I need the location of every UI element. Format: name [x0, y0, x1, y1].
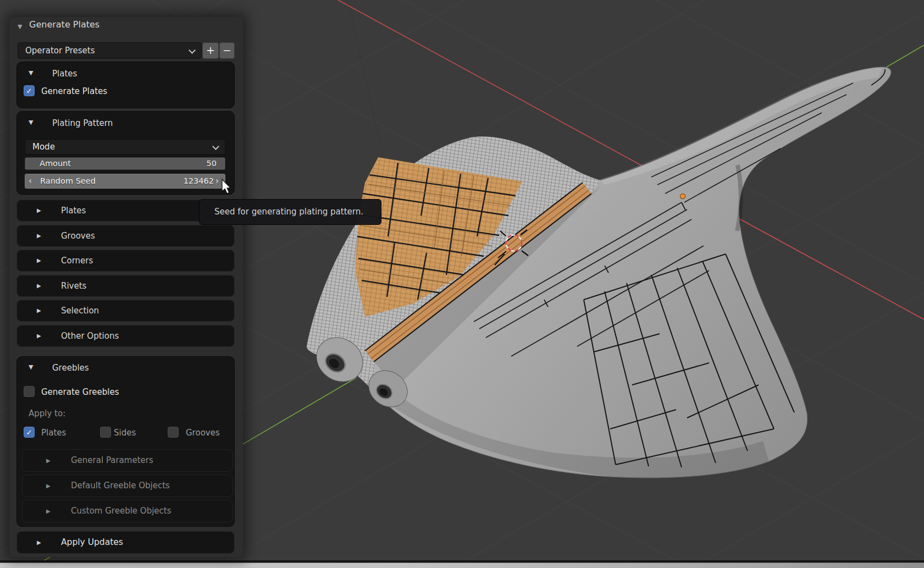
section-label: Corners — [61, 250, 93, 271]
generate-greebles-label[interactable]: Generate Greebles — [41, 387, 119, 397]
apply-to-sides-label[interactable]: Sides — [114, 428, 136, 438]
window-bottom-bar — [0, 563, 924, 568]
random-seed-value: 123462 — [184, 174, 214, 188]
section-other-options[interactable]: ▶ Other Options — [16, 325, 235, 347]
panel-title: Generate Plates — [29, 19, 99, 30]
chevron-down-icon — [212, 143, 219, 150]
section-selection[interactable]: ▶ Selection — [16, 300, 235, 322]
apply-to-plates-label[interactable]: Plates — [41, 428, 66, 438]
mode-label: Mode — [32, 140, 55, 154]
apply-to-sides-checkbox[interactable] — [100, 427, 111, 438]
chevron-down-icon — [189, 47, 196, 54]
section-rivets[interactable]: ▶ Rivets — [16, 275, 235, 297]
triangle-right-icon: ▶ — [37, 308, 41, 313]
random-seed-label: Random Seed — [40, 174, 96, 188]
amount-slider[interactable]: Amount 50 — [25, 157, 225, 170]
operator-presets-dropdown[interactable]: Operator Presets — [18, 42, 202, 59]
plates-group-box — [16, 62, 235, 108]
apply-to-grooves-checkbox[interactable] — [168, 427, 179, 438]
amount-label: Amount — [40, 158, 71, 169]
triangle-right-icon: ▶ — [37, 283, 41, 289]
object-origin-dot — [680, 194, 685, 199]
triangle-right-icon: ▶ — [37, 540, 41, 545]
triangle-right-icon: ▶ — [46, 509, 51, 514]
operator-presets-label: Operator Presets — [25, 43, 95, 58]
mouse-cursor — [219, 178, 233, 196]
section-label: Custom Greeble Objects — [71, 500, 171, 521]
triangle-right-icon: ▶ — [37, 258, 41, 263]
section-label: Other Options — [61, 326, 119, 346]
random-seed-field[interactable]: ‹ Random Seed 123462 › — [25, 174, 225, 189]
triangle-right-icon: ▶ — [46, 483, 51, 489]
triangle-right-icon: ▶ — [37, 208, 41, 213]
blender-window: ▼ Generate Plates Operator Presets + − ▼… — [0, 0, 924, 568]
apply-to-label: Apply to: — [29, 409, 65, 418]
section-grooves[interactable]: ▶ Grooves — [16, 225, 235, 247]
add-preset-button[interactable]: + — [202, 42, 219, 59]
amount-value: 50 — [207, 158, 217, 169]
section-corners[interactable]: ▶ Corners — [16, 250, 235, 272]
plating-pattern-triangle-icon[interactable]: ▼ — [29, 119, 33, 126]
triangle-right-icon: ▶ — [46, 458, 51, 464]
plates-section-title[interactable]: Plates — [52, 69, 77, 79]
plating-pattern-title[interactable]: Plating Pattern — [52, 118, 113, 128]
section-label: Selection — [61, 300, 99, 321]
mode-dropdown[interactable]: Mode — [25, 139, 225, 155]
remove-preset-button[interactable]: − — [219, 42, 235, 59]
section-label: Plates — [61, 200, 86, 221]
section-label: Grooves — [61, 225, 95, 246]
section-label: Rivets — [61, 275, 86, 296]
generate-plates-operator-panel: ▼ Generate Plates Operator Presets + − ▼… — [9, 17, 243, 557]
generate-greebles-checkbox[interactable] — [24, 386, 35, 397]
apply-to-plates-checkbox[interactable]: ✓ — [24, 427, 35, 438]
panel-collapse-triangle-icon[interactable]: ▼ — [18, 23, 22, 30]
greebles-triangle-icon[interactable]: ▼ — [29, 363, 33, 371]
tooltip: Seed for generating plating pattern. — [199, 199, 381, 225]
apply-to-grooves-label[interactable]: Grooves — [186, 428, 220, 438]
section-general-parameters[interactable]: ▶ General Parameters — [22, 449, 233, 472]
section-custom-greeble-objects[interactable]: ▶ Custom Greeble Objects — [22, 500, 233, 522]
plates-section-triangle-icon[interactable]: ▼ — [29, 69, 33, 76]
section-apply-updates[interactable]: ▶ Apply Updates — [16, 531, 235, 554]
greebles-title[interactable]: Greebles — [52, 363, 89, 373]
triangle-right-icon: ▶ — [37, 333, 41, 339]
section-label: General Parameters — [71, 450, 153, 471]
generate-plates-checkbox[interactable]: ✓ — [24, 85, 35, 96]
triangle-right-icon: ▶ — [37, 233, 41, 239]
seed-decrement-arrow[interactable]: ‹ — [29, 174, 35, 188]
section-label: Default Greeble Objects — [71, 475, 170, 496]
section-label: Apply Updates — [61, 532, 123, 553]
section-default-greeble-objects[interactable]: ▶ Default Greeble Objects — [22, 475, 233, 497]
generate-plates-label[interactable]: Generate Plates — [41, 86, 107, 96]
